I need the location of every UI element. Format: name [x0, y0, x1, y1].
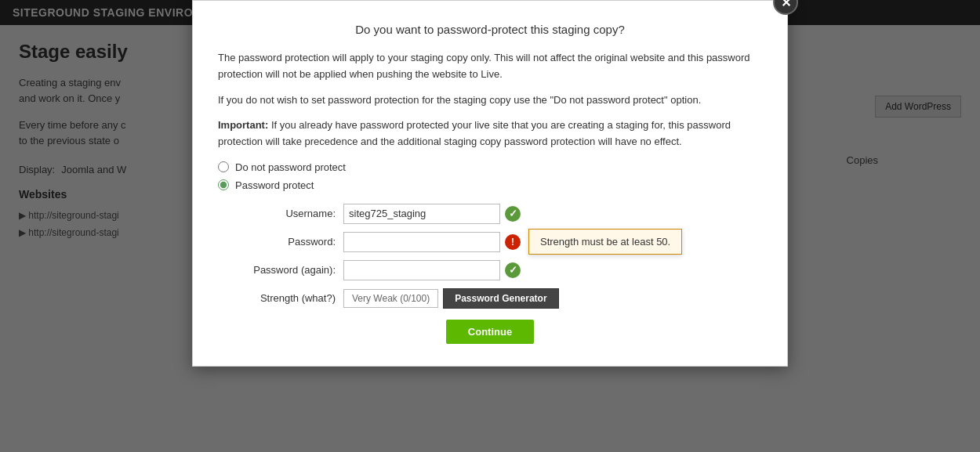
radio-no-protect[interactable]: Do not password protect — [218, 161, 762, 173]
strength-value: Very Weak (0/100) — [343, 289, 438, 308]
strength-link[interactable]: Strength (what?) — [260, 292, 336, 304]
password-status-icon: ! — [505, 234, 521, 250]
username-row: Username: ✓ — [218, 204, 762, 224]
radio-no-protect-label[interactable]: Do not password protect — [235, 161, 346, 173]
password-again-input[interactable] — [343, 260, 500, 280]
password-label: Password: — [218, 236, 343, 248]
close-button[interactable]: ✕ — [773, 0, 798, 15]
continue-button[interactable]: Continue — [446, 320, 534, 344]
strength-label: Strength (what?) — [218, 292, 343, 304]
modal-title: Do you want to password-protect this sta… — [218, 23, 762, 36]
modal-para-2: If you do not wish to set password prote… — [218, 92, 762, 109]
username-label: Username: — [218, 208, 343, 219]
username-status-icon: ✓ — [505, 206, 521, 222]
modal-dialog: ✕ Do you want to password-protect this s… — [192, 0, 788, 367]
radio-protect-input[interactable] — [218, 179, 229, 190]
password-again-label: Password (again): — [218, 264, 343, 276]
radio-protect[interactable]: Password protect — [218, 179, 762, 191]
modal-para-3-rest: If you already have password protected y… — [218, 119, 731, 147]
modal-overlay: ✕ Do you want to password-protect this s… — [0, 0, 980, 452]
password-generator-button[interactable]: Password Generator — [443, 288, 558, 309]
password-again-status-icon: ✓ — [505, 262, 521, 278]
password-row: Password: ! Strength must be at least 50… — [218, 232, 762, 252]
radio-group: Do not password protect Password protect — [218, 161, 762, 191]
error-tooltip: Strength must be at least 50. — [528, 229, 682, 255]
modal-para-1: The password protection will apply to yo… — [218, 50, 762, 83]
modal-para-3: Important: If you already have password … — [218, 118, 762, 150]
username-input[interactable] — [343, 204, 500, 224]
form-section: Username: ✓ Password: ! Strength must be… — [218, 204, 762, 309]
continue-row: Continue — [218, 320, 762, 344]
password-again-row: Password (again): ✓ — [218, 260, 762, 280]
strength-row: Strength (what?) Very Weak (0/100) Passw… — [218, 288, 762, 309]
radio-protect-label[interactable]: Password protect — [235, 179, 314, 191]
password-input[interactable] — [343, 232, 500, 252]
modal-body: The password protection will apply to yo… — [218, 50, 762, 150]
radio-no-protect-input[interactable] — [218, 161, 229, 172]
modal-para-3-bold: Important: — [218, 119, 268, 131]
